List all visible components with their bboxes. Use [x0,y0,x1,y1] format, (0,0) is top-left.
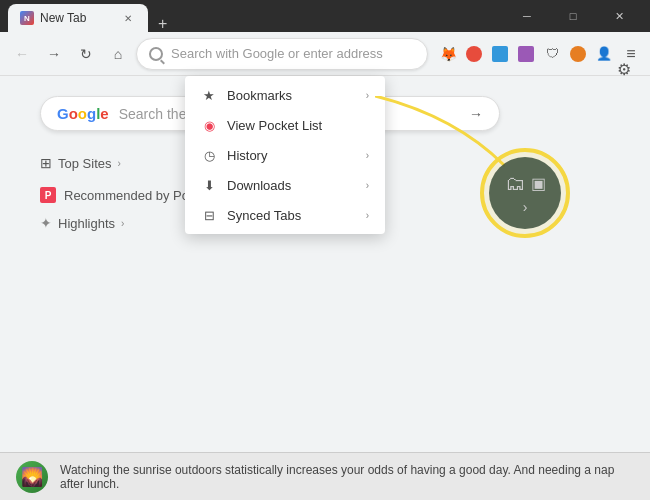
highlights-label: Highlights [58,216,115,231]
close-button[interactable]: ✕ [596,0,642,32]
synced-tabs-arrow-icon: › [366,210,369,221]
new-tab-button[interactable]: + [152,16,173,32]
spotlight-inner: 🗂 ▣ › [489,157,561,229]
extension-icon-5[interactable] [566,42,590,66]
active-tab[interactable]: N New Tab ✕ [8,4,148,32]
extension-icon-4[interactable]: 🛡 [540,42,564,66]
bottom-bar: 🌄 Watching the sunrise outdoors statisti… [0,452,650,500]
pocket-menu-label: View Pocket List [227,118,322,133]
downloads-label: Downloads [227,178,291,193]
menu-item-synced-tabs[interactable]: ⊟ Synced Tabs › [185,200,385,230]
dropdown-menu: ★ Bookmarks › ◉ View Pocket List ◷ Histo… [185,76,385,234]
settings-area: ⚙ [610,55,638,83]
settings-icon[interactable]: ⚙ [610,55,638,83]
google-logo: Google [57,105,109,122]
titlebar: N New Tab ✕ + ─ □ ✕ [0,0,650,32]
search-icon [149,47,163,61]
synced-tabs-label: Synced Tabs [227,208,301,223]
maximize-button[interactable]: □ [550,0,596,32]
spotlight-container: 🗂 ▣ › [480,148,570,238]
top-sites-grid-icon: ⊞ [40,155,52,171]
extension-icon-2[interactable] [488,42,512,66]
library-icon[interactable]: 🗂 [505,172,525,195]
minimize-button[interactable]: ─ [504,0,550,32]
pocket-icon: P [40,187,56,203]
sidebar-toggle-icon[interactable]: ▣ [531,174,546,193]
menu-item-downloads[interactable]: ⬇ Downloads › [185,170,385,200]
top-sites-chevron: › [117,158,120,169]
top-sites-label: Top Sites [58,156,111,171]
menu-item-pocket[interactable]: ◉ View Pocket List [185,110,385,140]
extension-icon-3[interactable] [514,42,538,66]
extension-icon-1[interactable] [462,42,486,66]
spotlight-chevron-icon: › [523,199,528,215]
tab-close-button[interactable]: ✕ [120,10,136,26]
bookmarks-label: Bookmarks [227,88,292,103]
highlights-chevron: › [121,218,124,229]
history-arrow-icon: › [366,150,369,161]
tab-area: N New Tab ✕ + [8,0,173,32]
bottom-message: Watching the sunrise outdoors statistica… [60,463,634,491]
menu-item-bookmarks[interactable]: ★ Bookmarks › [185,80,385,110]
downloads-arrow-icon: › [366,180,369,191]
back-button[interactable]: ← [8,40,36,68]
home-button[interactable]: ⌂ [104,40,132,68]
bookmarks-arrow-icon: › [366,90,369,101]
tab-title: New Tab [40,11,86,25]
downloads-icon: ⬇ [201,177,217,193]
toolbar: ← → ↻ ⌂ Search with Google or enter addr… [0,32,650,76]
history-icon: ◷ [201,147,217,163]
synced-tabs-icon: ⊟ [201,207,217,223]
forward-button[interactable]: → [40,40,68,68]
pocket-menu-icon: ◉ [201,117,217,133]
firefox-icon[interactable]: 🦊 [436,42,460,66]
spotlight-icons-row: 🗂 ▣ [505,172,546,195]
tab-favicon: N [20,11,34,25]
address-bar[interactable]: Search with Google or enter address [136,38,428,70]
address-text: Search with Google or enter address [171,46,383,61]
menu-item-history[interactable]: ◷ History › [185,140,385,170]
highlights-star-icon: ✦ [40,215,52,231]
window-controls: ─ □ ✕ [504,0,642,32]
spotlight-ring: 🗂 ▣ › [480,148,570,238]
search-arrow-icon: → [469,106,483,122]
reload-button[interactable]: ↻ [72,40,100,68]
bottom-avatar: 🌄 [16,461,48,493]
bookmarks-icon: ★ [201,87,217,103]
history-label: History [227,148,267,163]
